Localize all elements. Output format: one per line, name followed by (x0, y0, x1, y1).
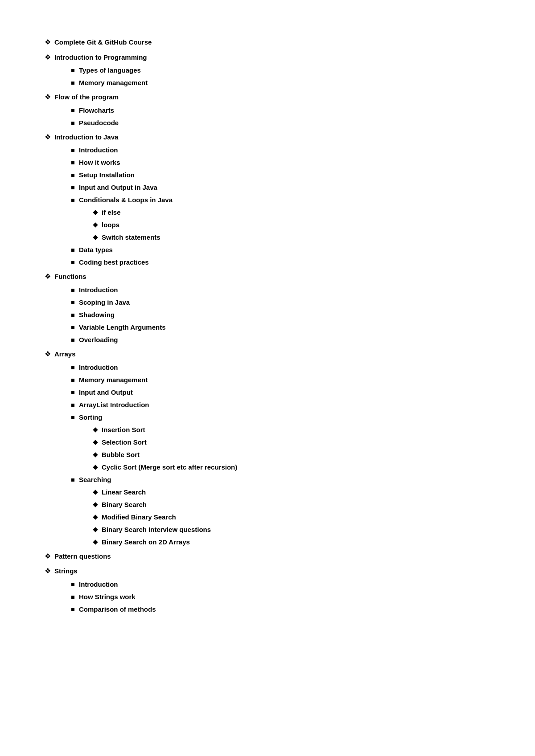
item-label: Memory management (79, 375, 148, 385)
item-label: Coding best practices (79, 257, 149, 268)
square-icon (71, 404, 74, 407)
list-item-arraylist-intro: ArrayList Introduction (71, 399, 490, 411)
item-label: Bubble Sort (102, 450, 140, 460)
list-item-setup-installation: Setup Installation (71, 169, 490, 181)
lozenge-icon (93, 210, 98, 215)
list-item-overloading: Overloading (71, 334, 490, 346)
list-item-variable-length-args: Variable Length Arguments (71, 322, 490, 333)
list-item-data-types: Data types (71, 244, 490, 256)
lozenge-icon (93, 527, 98, 532)
item-label: Scoping in Java (79, 297, 130, 308)
item-label: if else (102, 207, 121, 218)
list-item-shadowing: Shadowing (71, 309, 490, 321)
list-item-linear-search: Linear Search (94, 486, 490, 498)
list-item-modified-binary-search: Modified Binary Search (94, 511, 490, 523)
lozenge-icon (93, 452, 98, 457)
square-icon (71, 289, 74, 292)
item-label: Input and Output in Java (79, 182, 157, 193)
list-item-memory-mgmt-1: Memory management (71, 77, 490, 89)
lozenge-icon (93, 427, 98, 432)
list-item-flow-program: ❖Flow of the programFlowchartsPseudocode (45, 90, 490, 129)
square-icon (71, 161, 74, 164)
list-item-strings-intro: Introduction (71, 579, 490, 590)
list-item-binary-search: Binary Search (94, 499, 490, 511)
item-label: Introduction (79, 145, 118, 155)
item-label: Linear Search (102, 487, 146, 498)
square-icon (71, 82, 74, 85)
diamond-icon: ❖ (45, 91, 51, 103)
item-label: Pseudocode (79, 118, 119, 128)
lozenge-icon (93, 515, 98, 519)
square-icon (71, 109, 74, 112)
square-icon (71, 339, 74, 342)
item-label: Binary Search (102, 499, 147, 510)
list-item-functions: ❖FunctionsIntroductionScoping in JavaSha… (45, 270, 490, 346)
item-label: Introduction (79, 285, 118, 295)
diamond-icon: ❖ (45, 551, 51, 562)
list-item-functions-intro: Introduction (71, 284, 490, 296)
item-label: Switch statements (102, 232, 160, 243)
list-item-binary-search-2d: Binary Search on 2D Arrays (94, 536, 490, 548)
diamond-icon: ❖ (45, 565, 51, 577)
square-icon (71, 199, 74, 202)
list-item-intro-programming: ❖Introduction to ProgrammingTypes of lan… (45, 51, 490, 89)
list-item-insertion-sort: Insertion Sort (94, 424, 490, 436)
item-label: Functions (54, 271, 86, 282)
list-item-loops: loops (94, 219, 490, 231)
square-icon (71, 478, 74, 482)
item-label: Introduction to Programming (54, 52, 147, 63)
item-label: Input and Output (79, 387, 133, 398)
square-icon (71, 122, 74, 125)
item-label: loops (102, 220, 119, 230)
list-item-cyclic-sort: Cyclic Sort (Merge sort etc after recurs… (94, 462, 490, 473)
list-item-complete-git: ❖Complete Git & GitHub Course (45, 36, 490, 49)
square-icon (71, 69, 74, 72)
item-label: Introduction (79, 362, 118, 373)
list-item-how-it-works: How it works (71, 157, 490, 168)
square-icon (71, 326, 74, 329)
square-icon (71, 261, 74, 264)
item-label: Overloading (79, 335, 118, 345)
square-icon (71, 186, 74, 189)
item-label: Binary Search on 2D Arrays (102, 537, 190, 548)
item-label: Data types (79, 245, 113, 255)
list-item-arrays: ❖ArraysIntroductionMemory managementInpu… (45, 347, 490, 548)
list-item-sorting: SortingInsertion SortSelection SortBubbl… (71, 412, 490, 473)
lozenge-icon (93, 539, 98, 544)
item-label: Setup Installation (79, 170, 135, 180)
item-label: Memory management (79, 78, 148, 88)
item-label: Flow of the program (54, 92, 119, 102)
list-item-if-else: if else (94, 207, 490, 218)
square-icon (71, 249, 74, 252)
list-item-selection-sort: Selection Sort (94, 437, 490, 448)
lozenge-icon (93, 465, 98, 470)
square-icon (71, 379, 74, 382)
item-label: Shadowing (79, 310, 115, 320)
square-icon (71, 174, 74, 177)
list-item-intro-java: ❖Introduction to JavaIntroductionHow it … (45, 131, 490, 269)
square-icon (71, 391, 74, 394)
diamond-icon: ❖ (45, 271, 51, 282)
square-icon (71, 416, 74, 419)
list-item-input-output-java: Input and Output in Java (71, 182, 490, 193)
item-label: ArrayList Introduction (79, 400, 149, 410)
item-label: How it works (79, 157, 120, 168)
item-label: Insertion Sort (102, 425, 145, 435)
list-item-types-languages: Types of languages (71, 65, 490, 76)
diamond-icon: ❖ (45, 37, 51, 48)
list-item-java-intro: Introduction (71, 144, 490, 156)
item-label: Selection Sort (102, 437, 147, 448)
lozenge-icon (93, 490, 98, 494)
item-label: Flowcharts (79, 105, 114, 116)
item-label: Binary Search Interview questions (102, 524, 211, 535)
list-item-comparison-methods: Comparison of methods (71, 604, 490, 615)
item-label: Cyclic Sort (Merge sort etc after recurs… (102, 462, 237, 473)
list-item-bubble-sort: Bubble Sort (94, 449, 490, 461)
diamond-icon: ❖ (45, 52, 51, 63)
list-item-strings: ❖StringsIntroductionHow Strings workComp… (45, 564, 490, 615)
item-label: Conditionals & Loops in Java (79, 195, 173, 205)
lozenge-icon (93, 223, 98, 228)
item-label: Modified Binary Search (102, 512, 176, 523)
item-label: Searching (79, 474, 111, 485)
list-item-pattern-questions: ❖Pattern questions (45, 550, 490, 563)
